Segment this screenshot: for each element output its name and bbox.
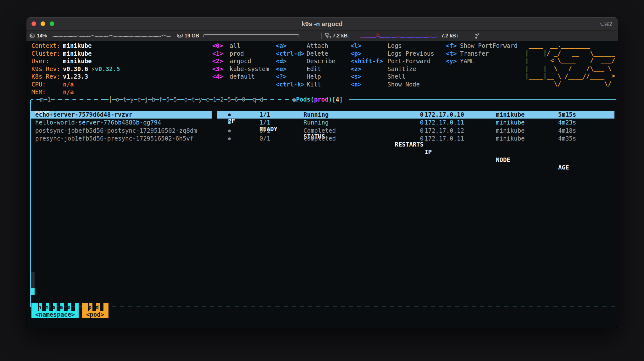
command-label: Describe	[307, 57, 336, 65]
memory-segment: 19 GB	[177, 32, 199, 39]
crumb-teeth-letters: pd	[82, 303, 108, 311]
command-label: Delete	[307, 50, 328, 58]
namespace-name: argocd	[230, 57, 251, 65]
hotkey-key: <0>	[212, 42, 223, 49]
command-label: Show Node	[387, 81, 420, 88]
table-row[interactable]: hello-world-server-776bb4886b-qg794●1/1R…	[26, 119, 618, 126]
hotkey-key: <?>	[276, 73, 286, 80]
cluster-info-value: v0.30.6	[63, 65, 88, 72]
cluster-info-value: minikube	[63, 58, 92, 64]
command-label: Edit	[307, 65, 321, 73]
cluster-info-label: CPU:	[31, 81, 63, 88]
network-graph	[360, 32, 438, 39]
namespace-hotkey[interactable]: <2>argocd	[212, 57, 223, 65]
cell-node: minikube	[496, 111, 525, 119]
zoom-button[interactable]	[50, 21, 54, 26]
command-menu-item: <l>Logs	[351, 42, 383, 50]
port-forward-dot-icon: ●	[228, 127, 231, 135]
command-menu-item: <n>Show Node	[351, 81, 383, 88]
namespace-name: prod	[230, 50, 244, 58]
hotkey-key: <f>	[446, 42, 457, 49]
cluster-info-row: MEM:n/a	[31, 88, 120, 96]
command-menu-col3: <f>Show PortForward<t>Transfer<y>YAML	[446, 42, 457, 65]
command-label: Attach	[307, 42, 328, 50]
cluster-info: Context:minikubeCluster:minikubeUser:min…	[31, 42, 120, 96]
crumb-namespace[interactable]: <namespace>	[31, 311, 79, 318]
hotkey-key: <s>	[351, 73, 361, 80]
namespace-hotkey[interactable]: <0>all	[212, 42, 223, 50]
hotkey-key: <z>	[351, 65, 361, 72]
command-label: Show PortForward	[460, 42, 518, 50]
command-menu-item: <t>Transfer	[446, 50, 457, 58]
cell-ready: 0/1	[259, 127, 270, 135]
status-bar: 14% 19 GB	[26, 31, 618, 41]
close-button[interactable]	[31, 21, 36, 26]
cell-restarts: 0	[360, 119, 424, 126]
cell-restarts: 0	[360, 111, 424, 119]
hotkey-key: <y>	[446, 58, 457, 64]
terminal-window: k9s -n argocd ⌥⌘2 14%	[26, 17, 618, 328]
namespace-name: default	[230, 73, 255, 81]
namespace-hotkey[interactable]: <3>kube-system	[212, 65, 223, 73]
command-label: Shell	[387, 73, 405, 81]
namespace-hotkeys: <0>all<1>prod<2>argocd<3>kube-system<4>d…	[212, 42, 223, 81]
crumb-letter: d	[95, 303, 99, 311]
table-row[interactable]: postsync-jobefb5d56-postsync-1729516502-…	[26, 127, 618, 135]
hotkey-key: <ctrl-d>	[276, 50, 305, 57]
k9s-ascii-logo: ____ __.________ | |/ _/ __ \______ | < …	[525, 41, 615, 87]
cluster-info-row: K8s Rev:v1.23.3	[31, 73, 120, 81]
scrollbar-thumb[interactable]	[31, 288, 35, 295]
hotkey-key: <shift-f>	[351, 58, 383, 64]
cpu-segment: 14%	[30, 32, 47, 39]
hotkey-key: <l>	[351, 42, 361, 49]
cell-status: Running	[303, 119, 329, 126]
cell-ip: 172.17.0.12	[425, 127, 464, 135]
command-label: Sanitize	[387, 65, 416, 73]
port-forward-dot-icon: ●	[228, 119, 231, 126]
command-menu-item: <z>Sanitize	[351, 65, 383, 73]
column-header-ip: IP	[425, 148, 432, 156]
cell-restarts: 0	[360, 127, 424, 135]
hotkey-key: <ctrl-k>	[276, 81, 305, 88]
command-menu-item: <y>YAML	[446, 57, 457, 65]
cell-node: minikube	[496, 135, 525, 142]
network-up-segment: 7.2 kB↑	[441, 32, 458, 39]
upgrade-bolt-icon: ⚡	[91, 65, 95, 72]
command-label: YAML	[460, 57, 475, 65]
cluster-info-value: minikube	[63, 50, 92, 57]
selected-row-notch	[212, 111, 217, 119]
hotkey-key: <a>	[276, 42, 286, 49]
cluster-info-label: K9s Rev:	[31, 65, 63, 73]
command-menu-item: <f>Show PortForward	[446, 42, 457, 50]
terminal-content[interactable]: Context:minikubeCluster:minikubeUser:min…	[26, 41, 618, 328]
table-row[interactable]: presync-job1efb5d56-presync-1729516502-6…	[26, 135, 618, 142]
cpu-percent-label: 14%	[37, 33, 47, 39]
minimize-button[interactable]	[41, 21, 45, 26]
hotkey-key: <t>	[446, 50, 457, 57]
hotkey-key: <3>	[212, 65, 223, 72]
network-icon	[325, 33, 331, 38]
crumb-letter: e	[67, 303, 70, 311]
cluster-info-label: Context:	[31, 42, 63, 50]
cell-ready: 0/1	[259, 135, 270, 142]
cell-ready: 1/1	[259, 111, 270, 119]
namespace-hotkey[interactable]: <4>default	[212, 73, 223, 81]
statusbar-divider	[173, 33, 173, 39]
column-header-age: AGE	[558, 164, 569, 171]
memory-label: 19 GB	[185, 33, 199, 39]
scrollbar-track[interactable]	[31, 272, 35, 288]
title-bar[interactable]: k9s -n argocd ⌥⌘2	[26, 17, 618, 31]
upgrade-version: v0.32.5	[95, 65, 120, 72]
cell-ready: 1/1	[259, 119, 270, 126]
cell-age: 4m35s	[558, 135, 576, 142]
cell-status: Running	[303, 111, 329, 119]
namespace-hotkey[interactable]: <1>prod	[212, 50, 223, 58]
cluster-info-label: K8s Rev:	[31, 73, 63, 81]
command-menu-item: <e>Edit	[276, 65, 305, 73]
crumb-pod[interactable]: <pod>	[82, 311, 108, 318]
hotkey-key: <e>	[276, 65, 286, 72]
cluster-info-row: User:minikube	[31, 57, 120, 65]
table-header-row: NAME↑6 PF READY STATUS RESTARTS IP NODE …	[26, 102, 618, 110]
table-row[interactable]: echo-server-7579d6d48-rvzvr●1/1Running01…	[26, 111, 618, 119]
cell-name: postsync-jobefb5d56-postsync-1729516502-…	[35, 127, 197, 135]
